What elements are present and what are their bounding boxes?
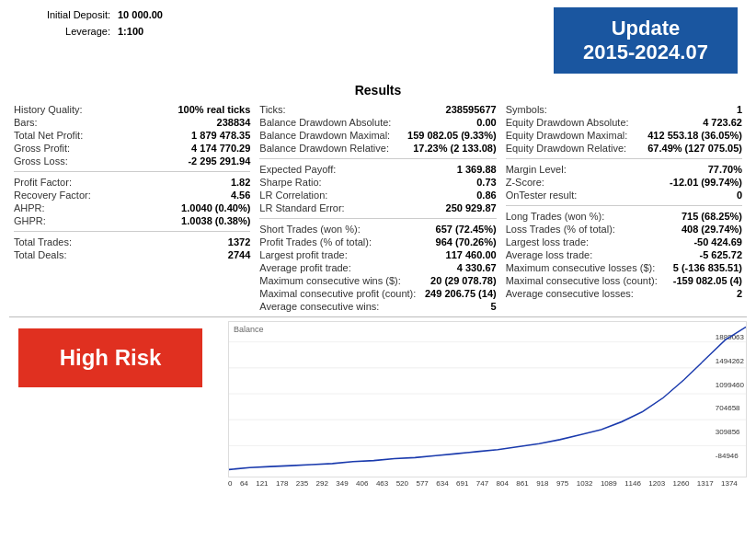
table-row: Average consecutive wins: 5 (259, 300, 496, 313)
table-row: Maximum consecutive wins ($): 20 (29 078… (259, 274, 496, 287)
table-row: Largest profit trade: 117 460.00 (259, 248, 496, 261)
leverage-value: 1:100 (118, 24, 143, 40)
x-label: 804 (497, 479, 509, 488)
x-label: 292 (316, 479, 328, 488)
x-label: 463 (376, 479, 388, 488)
table-row: Loss Trades (% of total): 408 (29.74%) (506, 223, 742, 236)
table-row: Short Trades (won %): 657 (72.45%) (259, 223, 496, 236)
x-label: 235 (296, 479, 308, 488)
results-table: History Quality: 100% real ticks Bars: 2… (0, 103, 756, 313)
x-label: 577 (416, 479, 428, 488)
table-row: Balance Drawdown Relative: 17.23% (2 133… (259, 142, 496, 155)
mid-col: Ticks: 238595677 Balance Drawdown Absolu… (255, 103, 500, 313)
x-label: 1032 (577, 479, 593, 488)
balance-line (229, 327, 746, 469)
table-row: Margin Level: 77.70% (506, 163, 742, 176)
table-row: AHPR: 1.0040 (0.40%) (14, 201, 250, 214)
table-row: Profit Factor: 1.82 (14, 176, 250, 189)
table-row: Maximal consecutive loss (count): -159 0… (506, 274, 742, 287)
table-row: Recovery Factor: 4.56 (14, 189, 250, 201)
table-row: Equity Drawdown Relative: 67.49% (127 07… (506, 142, 742, 155)
right-col: Symbols: 1 Equity Drawdown Absolute: 4 7… (501, 103, 747, 313)
table-row: Average loss trade: -5 625.72 (506, 248, 742, 261)
table-row: Profit Trades (% of total): 964 (70.26%) (259, 236, 496, 248)
table-row: LR Standard Error: 250 929.87 (259, 201, 496, 214)
table-row: Maximal consecutive profit (count): 249 … (259, 287, 496, 300)
table-row: Total Deals: 2744 (14, 248, 250, 261)
update-line2: 2015-2024.07 (572, 40, 719, 64)
x-label: 1203 (648, 479, 665, 488)
x-label: 406 (356, 479, 368, 488)
table-row: Average profit trade: 4 330.67 (259, 261, 496, 274)
high-risk-label: High Risk (60, 345, 162, 370)
table-row: Total Trades: 1372 (14, 236, 250, 248)
x-label: 1260 (673, 479, 690, 488)
x-label: 0 (228, 479, 232, 488)
x-label: 1146 (624, 479, 641, 488)
x-label: 691 (456, 479, 468, 488)
table-row: Equity Drawdown Absolute: 4 723.62 (506, 116, 742, 129)
chart-svg (229, 322, 746, 477)
update-line1: Update (572, 17, 719, 40)
table-row: Equity Drawdown Maximal: 412 553.18 (36.… (506, 129, 742, 142)
x-label: 975 (556, 479, 568, 488)
table-row: Sharpe Ratio: 0.73 (259, 176, 496, 189)
x-label: 634 (436, 479, 448, 488)
table-row: Ticks: 238595677 (259, 103, 496, 116)
results-grid: History Quality: 100% real ticks Bars: 2… (9, 103, 747, 313)
chart-container: Balance 1889063 1494262 1099460 704658 3… (212, 321, 747, 488)
initial-info: Initial Deposit: 10 000.00 Leverage: 1:1… (18, 7, 163, 74)
table-row: Balance Drawdown Maximal: 159 082.05 (9.… (259, 129, 496, 142)
x-label: 121 (256, 479, 268, 488)
x-label: 747 (476, 479, 488, 488)
table-row: Average consecutive losses: 2 (506, 287, 742, 300)
table-row: Total Net Profit: 1 879 478.35 (14, 129, 250, 142)
section-divider (9, 316, 747, 317)
table-row: OnTester result: 0 (506, 189, 742, 201)
x-axis-labels: 0 64 121 178 235 292 349 406 463 520 577… (219, 477, 747, 488)
x-label: 861 (516, 479, 528, 488)
balance-chart: Balance 1889063 1494262 1099460 704658 3… (228, 321, 747, 477)
update-box: Update 2015-2024.07 (554, 7, 738, 74)
initial-deposit-value: 10 000.00 (118, 7, 163, 24)
x-label: 520 (396, 479, 408, 488)
results-title: Results (0, 83, 756, 98)
table-row: Z-Score: -12.01 (99.74%) (506, 176, 742, 189)
table-row: Expected Payoff: 1 369.88 (259, 163, 496, 176)
x-label: 1317 (697, 479, 714, 488)
leverage-label: Leverage: (18, 24, 110, 40)
x-label: 178 (276, 479, 288, 488)
x-label: 918 (536, 479, 548, 488)
table-row: Gross Loss: -2 295 291.94 (14, 155, 250, 167)
left-col: History Quality: 100% real ticks Bars: 2… (9, 103, 255, 313)
table-row: Gross Profit: 4 174 770.29 (14, 142, 250, 155)
x-label: 349 (336, 479, 348, 488)
table-row: Long Trades (won %): 715 (68.25%) (506, 210, 742, 223)
table-row: GHPR: 1.0038 (0.38%) (14, 214, 250, 227)
x-label: 64 (240, 479, 248, 488)
table-row: Balance Drawdown Absolute: 0.00 (259, 116, 496, 129)
table-row: History Quality: 100% real ticks (14, 103, 250, 116)
bottom-section: High Risk Balance 1889063 1494262 109946… (0, 321, 756, 488)
table-row: Maximum consecutive losses ($): 5 (-136 … (506, 261, 742, 274)
table-row: Bars: 238834 (14, 116, 250, 129)
high-risk-box: High Risk (18, 328, 202, 387)
table-row: LR Correlation: 0.86 (259, 189, 496, 201)
x-label: 1374 (721, 479, 738, 488)
initial-deposit-label: Initial Deposit: (18, 7, 110, 24)
table-row: Largest loss trade: -50 424.69 (506, 236, 742, 248)
top-section: Initial Deposit: 10 000.00 Leverage: 1:1… (0, 0, 756, 74)
table-row: Symbols: 1 (506, 103, 742, 116)
x-label: 1089 (601, 479, 617, 488)
